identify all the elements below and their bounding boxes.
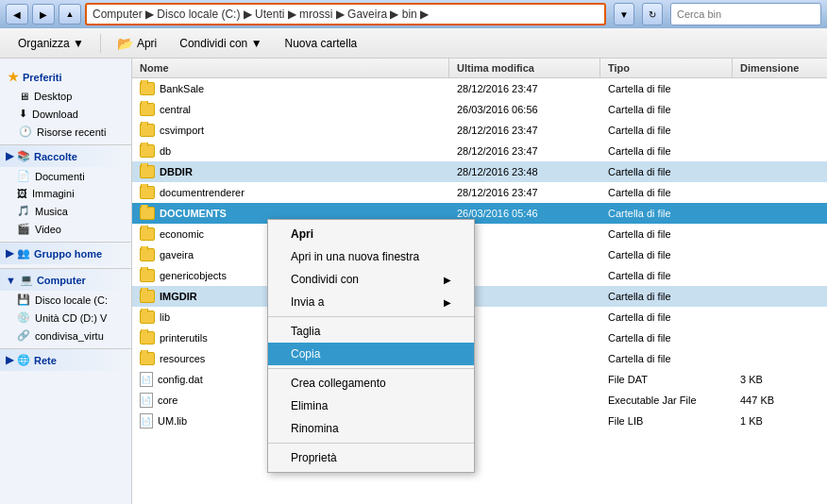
risorse-label: Risorse recenti	[37, 126, 106, 138]
computer-header[interactable]: ▼ 💻 Computer	[0, 268, 131, 291]
file-type-cell: Cartella di file	[600, 143, 733, 159]
table-row[interactable]: db28/12/2016 23:47Cartella di file	[132, 141, 827, 161]
desktop-label: Desktop	[34, 91, 72, 102]
up-button[interactable]: ▲	[59, 4, 81, 25]
table-row[interactable]: IMGDIRCartella di file	[132, 286, 827, 307]
folder-icon	[140, 352, 155, 365]
sidebar: ★ Preferiti 🖥 Desktop ⬇ Download 🕐 Risor…	[0, 59, 132, 504]
sidebar-item-immagini[interactable]: 🖼 Immagini	[0, 185, 131, 202]
file-size-cell	[733, 315, 827, 319]
table-row[interactable]: printerutilsCartella di file	[132, 328, 827, 348]
folder-icon	[140, 103, 155, 116]
table-row[interactable]: genericobjectsCartella di file	[132, 265, 827, 286]
table-row[interactable]: resourcesCartella di file	[132, 348, 827, 369]
context-menu-item-invia-a[interactable]: Invia a▶	[268, 291, 474, 313]
ctx-item-label: Apri	[291, 227, 313, 241]
col-dimensione[interactable]: Dimensione	[733, 59, 827, 77]
table-row[interactable]: BankSale28/12/2016 23:47Cartella di file	[132, 78, 827, 99]
raccolte-label: Raccolte	[34, 151, 77, 162]
context-menu-item-apri-in-una-nuova-finestra[interactable]: Apri in una nuova finestra	[268, 245, 474, 268]
context-menu-item-rinomina[interactable]: Rinomina	[268, 417, 474, 440]
table-row[interactable]: 📄coreExecutable Jar File447 KB	[132, 390, 827, 411]
table-row[interactable]: documentrenderer28/12/2016 23:47Cartella…	[132, 182, 827, 203]
ctx-separator	[268, 443, 474, 444]
table-row[interactable]: csvimport28/12/2016 23:47Cartella di fil…	[132, 120, 827, 141]
file-name-text: DBDIR	[160, 166, 193, 177]
file-type-cell: Cartella di file	[600, 185, 733, 200]
table-row[interactable]: DBDIR28/12/2016 23:48Cartella di file	[132, 161, 827, 182]
disco-icon: 💾	[17, 294, 30, 306]
file-name-cell: DBDIR	[132, 163, 449, 180]
search-input[interactable]	[670, 3, 821, 25]
col-ultima-modifica[interactable]: Ultima modifica	[449, 59, 600, 77]
file-name-text: IMGDIR	[160, 291, 197, 302]
context-menu-item-taglia[interactable]: Taglia	[268, 320, 474, 343]
refresh-button[interactable]: ↻	[642, 3, 663, 25]
col-nome[interactable]: Nome	[132, 59, 449, 77]
file-type-cell: File LIB	[600, 413, 733, 428]
context-menu-item-crea-collegamento[interactable]: Crea collegamento	[268, 372, 474, 395]
risorse-icon: 🕐	[19, 126, 32, 138]
file-size-cell	[733, 253, 827, 257]
back-button[interactable]: ◀	[6, 4, 28, 25]
file-name-cell: BankSale	[132, 80, 449, 97]
forward-button[interactable]: ▶	[32, 4, 55, 25]
condividi-button[interactable]: Condividi con ▼	[169, 31, 272, 56]
sidebar-item-desktop[interactable]: 🖥 Desktop	[0, 88, 131, 105]
raccolte-header[interactable]: ▶ 📚 Raccolte	[0, 144, 131, 167]
sidebar-item-condivisa[interactable]: 🔗 condivisa_virtu	[0, 327, 131, 344]
file-size-cell	[733, 128, 827, 132]
file-name-text: config.dat	[158, 374, 203, 385]
apri-icon: 📂	[117, 36, 133, 51]
table-row[interactable]: 📄config.datFile DAT3 KB	[132, 369, 827, 390]
gruppo-home-header[interactable]: ▶ 👥 Gruppo home	[0, 242, 131, 264]
file-size-cell	[733, 336, 827, 340]
context-menu-item-elimina[interactable]: Elimina	[268, 395, 474, 417]
file-size-cell	[733, 211, 827, 215]
sidebar-item-video[interactable]: 🎬 Video	[0, 220, 131, 238]
sidebar-item-musica[interactable]: 🎵 Musica	[0, 202, 131, 220]
file-type-cell: Cartella di file	[600, 351, 733, 366]
sidebar-item-documenti[interactable]: 📄 Documenti	[0, 167, 131, 185]
context-menu-item-apri[interactable]: Apri	[268, 223, 474, 245]
organizza-button[interactable]: Organizza ▼	[8, 31, 94, 56]
table-row[interactable]: libCartella di file	[132, 307, 827, 328]
rete-expand-icon: ▶	[6, 354, 13, 366]
table-row[interactable]: 📄UM.libFile LIB1 KB	[132, 411, 827, 431]
table-row[interactable]: central26/03/2016 06:56Cartella di file	[132, 99, 827, 120]
download-label: Download	[32, 109, 78, 120]
file-name-text: genericobjects	[160, 270, 227, 281]
rete-header[interactable]: ▶ 🌐 Rete	[0, 348, 131, 371]
ctx-separator	[268, 368, 474, 369]
cd-icon: 💿	[17, 311, 30, 324]
apri-button[interactable]: 📂 Apri	[107, 31, 167, 56]
folder-icon	[140, 124, 155, 137]
file-size-cell: 3 KB	[733, 372, 827, 387]
file-type-cell: Cartella di file	[600, 102, 733, 117]
preferiti-header[interactable]: ★ Preferiti	[0, 66, 131, 88]
sidebar-item-disco-locale[interactable]: 💾 Disco locale (C:	[0, 291, 131, 309]
context-menu-item-copia[interactable]: Copia	[268, 343, 474, 365]
table-row[interactable]: economicCartella di file	[132, 224, 827, 244]
sidebar-item-unita-cd[interactable]: 💿 Unità CD (D:) V	[0, 309, 131, 327]
address-bar[interactable]: Computer ▶ Disco locale (C:) ▶ Utenti ▶ …	[85, 3, 606, 25]
table-row[interactable]: DOCUMENTS26/03/2016 05:46Cartella di fil…	[132, 203, 827, 224]
context-menu-item-condividi-con[interactable]: Condividi con▶	[268, 268, 474, 291]
file-date-cell: 28/12/2016 23:47	[449, 185, 600, 200]
ctx-item-label: Proprietà	[291, 451, 337, 464]
file-date-cell: 28/12/2016 23:48	[449, 164, 600, 179]
condivisa-label: condivisa_virtu	[35, 330, 104, 342]
col-tipo[interactable]: Tipo	[600, 59, 733, 77]
context-menu-item-proprietà[interactable]: Proprietà	[268, 446, 474, 469]
file-name-text: UM.lib	[158, 415, 187, 427]
sidebar-item-download[interactable]: ⬇ Download	[0, 105, 131, 123]
file-area: Nome Ultima modifica Tipo Dimensione Ban…	[132, 59, 827, 504]
nuova-cartella-button[interactable]: Nuova cartella	[275, 31, 368, 56]
address-dropdown-button[interactable]: ▼	[614, 3, 634, 25]
gruppo-label: Gruppo home	[34, 248, 102, 260]
file-size-cell	[733, 191, 827, 194]
sidebar-item-risorse-recenti[interactable]: 🕐 Risorse recenti	[0, 123, 131, 141]
ctx-item-label: Copia	[291, 347, 320, 361]
table-row[interactable]: gaveiraCartella di file	[132, 244, 827, 265]
folder-icon	[140, 290, 155, 303]
